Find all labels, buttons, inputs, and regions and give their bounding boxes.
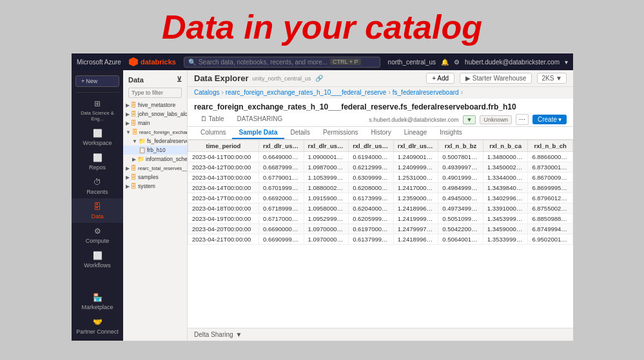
delta-sharing-section[interactable]: Delta Sharing ▼ [194,331,242,338]
add-button[interactable]: + Add [426,73,454,84]
table-cell-r7-c6: 1.345900058746338 [483,224,528,234]
data-icon: 🗄 [92,202,102,212]
data-explorer-title: Data Explorer [194,73,249,83]
notification-icon[interactable]: 🔔 [441,59,449,66]
table-cell-r0-c2: 1.090000137329102 [304,152,349,162]
col-rxl-nz[interactable]: rxl_dlr_us_n_nz [349,140,394,152]
tab-table[interactable]: 🗒 Table [194,113,231,126]
tree-label-john: john_snow_labs_alcohol_products [138,111,188,117]
search-placeholder: Search data, notebooks, recents, and mor… [199,59,327,66]
sidebar-item-marketplace[interactable]: 🏪 Marketplace [72,289,123,314]
tab-history[interactable]: History [365,127,398,139]
tree-filter-input[interactable]: Type to filter [128,88,182,98]
col-rxl-ca[interactable]: rxl_n_b_ca [483,140,528,152]
settings-icon[interactable]: ⚙ [454,59,460,66]
breadcrumb-fs[interactable]: fs_federalreserveboard [393,89,459,96]
table-cell-r3-c3: 0.620800030153449 [349,183,394,193]
tree-item-rearc[interactable]: ▼ 🗄 rearc_foreign_exchange_rates_h_10___… [123,128,187,137]
tree-item-john[interactable]: ▶ 🗄 john_snow_labs_alcohol_products [123,109,187,118]
tab-datasharing[interactable]: DATASHARING [231,113,289,126]
tree-item-fs-fed[interactable]: ▼ 📁 fs_federalreserveboard [123,137,187,146]
col-rxl-af[interactable]: rxl_dlr_us_n_af [259,140,304,152]
more-button[interactable]: ⋯ [516,114,529,125]
table-cell-r5-c0: 2023-04-18T00:00:00 [188,204,259,214]
folder-icon: 📁 [137,156,144,162]
sidebar-item-repos[interactable]: ⬜ Repos [72,149,123,174]
delta-sharing-toggle-icon[interactable]: ▼ [236,331,242,338]
tab-columns[interactable]: Columns [194,127,232,139]
table-cell-r1-c6: 1.345000286102295 [483,162,528,173]
tree-expand-icon[interactable]: ⊻ [177,75,182,84]
table-cell-r1-c2: 1.098700046539066 [304,162,349,173]
search-bar[interactable]: 🔍 Search data, notebooks, recents, and m… [184,57,380,68]
tab-right: s.hubert.dudek@databrickster.com ▼ Unkno… [369,114,567,125]
tree-label-frb-h10: frb_h10 [147,147,166,153]
tree-item-main[interactable]: ▶ 🗄 main [123,118,187,128]
create-dropdown-icon[interactable]: ▾ [558,116,561,123]
chevron-right-icon: ▶ [126,102,130,108]
tree-item-info-schema[interactable]: ▶ 📁 information_schema [123,155,187,164]
db-icon: 🗄 [131,183,137,189]
table-cell-r6-c5: 0.505109977722168 [438,214,483,224]
table-cell-r7-c1: 0.669000018692016 [259,224,304,234]
breadcrumb-sep-1: › [221,89,223,96]
workspace-icon: ⬜ [92,128,102,138]
sidebar-item-workflows[interactable]: ⬜ Workflows [72,247,123,272]
sharing-badge[interactable]: ▼ [463,115,476,124]
user-chevron[interactable]: ▾ [565,59,568,66]
zks-button[interactable]: 2KS ▼ [537,73,567,84]
tab-permissions[interactable]: Permissions [317,127,364,139]
table-cell-r6-c0: 2023-04-19T00:00:00 [188,214,259,224]
tree-label-fs-fed: fs_federalreserveboard [147,138,188,144]
table-cell-r0-c7: 6.886600017547607 [528,152,573,162]
main-topbar: Data Explorer unity_north_central_us 🔗 +… [188,70,573,87]
tree-item-system[interactable]: ▶ 🗄 system [123,182,187,191]
sidebar-item-data[interactable]: 🗄 Data [72,198,123,223]
breadcrumb-catalogs[interactable]: Catalogs [194,89,219,96]
col-time-period[interactable]: time_period [188,140,259,152]
table-cell-r0-c3: 0.619400024410625 [349,152,394,162]
data-table-wrapper[interactable]: time_period rxl_dlr_us_n_af rxl_dlr_us_n… [188,140,573,328]
recents-label: Recents [86,189,108,195]
table-cell-r4-c3: 0.617399990580186 [349,193,394,204]
db-icon: 🗄 [132,129,138,135]
new-button[interactable]: + New [75,75,119,87]
table-cell-r2-c3: 0.630999921798706 [349,173,394,183]
sidebar-item-data-science[interactable]: ⊞ Data Science &Eng... [72,95,123,125]
col-rxl-bz[interactable]: rxl_n_b_bz [438,140,483,152]
chevron-right-icon: ▶ [126,166,130,171]
sidebar-item-workspace[interactable]: ⬜ Workspace [72,125,123,149]
table-cell-r2-c5: 0.490199990489335 [438,173,483,183]
col-rxl-uk[interactable]: rxl_dlr_us_n_uk [393,140,438,152]
create-button[interactable]: Create ▾ [532,115,567,124]
tree-item-samples[interactable]: ▶ 🗄 samples [123,173,187,182]
col-rxl-eu[interactable]: rxl_dlr_us_n_eu [304,140,349,152]
tab-lineage[interactable]: Lineage [398,127,434,139]
tab-details[interactable]: Details [284,127,317,139]
link-icon[interactable]: 🔗 [315,75,323,82]
microsoft-azure-label: Microsoft Azure [77,59,121,66]
table-cell-r4-c6: 1.340299639511108 [483,193,528,204]
tree-item-frb-h10[interactable]: 📋 frb_h10 [123,146,187,155]
starter-warehouse-button[interactable]: ▶ Starter Warehouse [460,73,532,84]
page-title: Data in your catalog [0,0,644,52]
repos-label: Repos [89,164,106,171]
breadcrumb-rearc[interactable]: rearc_foreign_exchange_rates_h_10___fede… [226,89,387,96]
sidebar-item-partner-connect[interactable]: 🤝 Partner Connect [72,314,123,338]
tab-insights[interactable]: Insights [433,127,468,139]
table-cell-r6-c3: 0.620599981226807 [349,214,394,224]
sidebar-item-compute[interactable]: ⚙ Compute [72,223,123,247]
sidebar-item-recents[interactable]: ⏱ Recents [72,174,123,198]
tree-item-hive[interactable]: ▶ 🗄 hive_metastore [123,100,187,109]
table-cell-r5-c6: 1.339100023424927 [483,204,528,214]
tree-item-rearc2[interactable]: ▶ 🗄 rearc_total_reserves__incl... [123,164,187,173]
table-cell-r4-c4: 1.235900004442231 [393,193,438,204]
table-cell-r8-c6: 1.353399991891357 [483,234,528,245]
table-cell-r1-c0: 2023-04-12T00:00:00 [188,162,259,173]
tree-title: Data [128,76,144,84]
tree-label-rearc: rearc_foreign_exchange_rates_h_10___fede… [139,129,188,135]
col-rxl-ch[interactable]: rxl_n_b_ch [528,140,573,152]
table-cell-r2-c1: 0.677900163078308 [259,173,304,183]
tab-sample-data[interactable]: Sample Data [232,127,284,139]
compute-icon: ⚙ [92,226,102,236]
